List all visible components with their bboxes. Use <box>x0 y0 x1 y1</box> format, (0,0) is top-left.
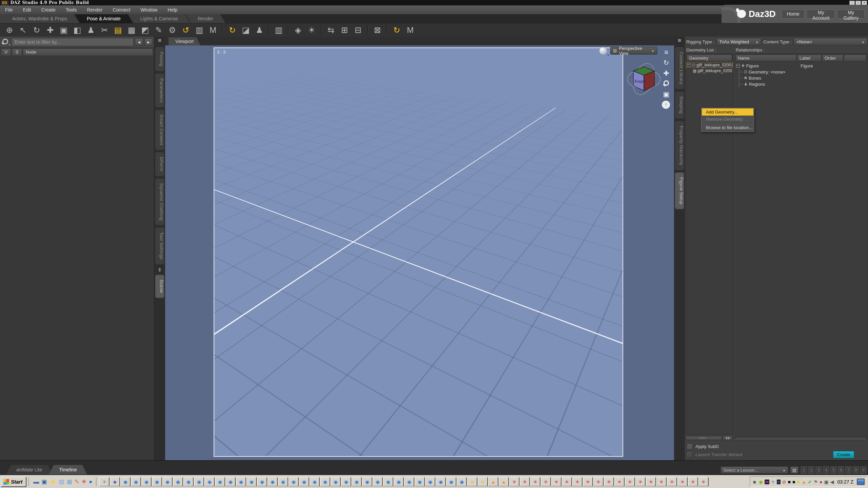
calculator-ql-icon[interactable]: ▦ <box>67 479 72 485</box>
close-button[interactable]: × <box>862 1 867 5</box>
zoom-icon[interactable] <box>662 80 671 88</box>
column-header-selected[interactable]: S <box>12 48 22 56</box>
paint-window[interactable]: ✳ <box>593 477 603 486</box>
discord-window[interactable]: ☻ <box>110 477 120 486</box>
pane-options-icon[interactable]: ≡ <box>674 37 685 45</box>
tab-parameters[interactable]: Parameters <box>155 74 164 107</box>
browser-window[interactable]: ◉ <box>215 477 225 486</box>
browser-window[interactable]: ◉ <box>373 477 382 486</box>
viewport-canvas[interactable]: 3 : 3 ▾ ⊞ Perspective View Front ≡↻✚▣↑ <box>165 45 674 460</box>
geometry-item[interactable]: ▦g8f_lekkupre_02001_0 <box>686 68 733 74</box>
paint-window[interactable]: ✳ <box>667 477 677 486</box>
bones-node[interactable]: ✖Bones <box>740 75 867 81</box>
folder-window[interactable]: ■ <box>467 477 477 486</box>
paint-window[interactable]: ✳ <box>509 477 519 486</box>
display-tray-icon[interactable]: ▣ <box>824 480 829 484</box>
tab-tool-settings[interactable]: Tool Settings <box>155 227 164 264</box>
browser-window[interactable]: ◉ <box>331 477 340 486</box>
browser-window[interactable]: ◉ <box>246 477 256 486</box>
measure-tool-2-icon[interactable]: M <box>404 24 416 36</box>
paint-window[interactable]: ✳ <box>614 477 624 486</box>
orbit-selected-tool-icon[interactable]: ↻ <box>226 24 238 36</box>
paint-window[interactable]: ✳ <box>698 477 708 486</box>
pan-icon[interactable]: ✚ <box>662 69 671 77</box>
camera-tool-icon[interactable]: ▥ <box>193 24 205 36</box>
filter-back-button[interactable]: ◀ <box>135 38 143 46</box>
mesh-grabber-tool-icon[interactable]: ▦ <box>125 24 138 36</box>
blue-ball-ql-icon[interactable]: ● <box>89 479 92 485</box>
paint-window[interactable]: ✳ <box>677 477 687 486</box>
tab-dform[interactable]: DForm <box>155 152 164 176</box>
browser-window[interactable]: ◉ <box>446 477 456 486</box>
tab-posing[interactable]: Posing <box>155 47 164 71</box>
scale-tool-icon[interactable]: ▣ <box>58 24 70 36</box>
daz-home-button[interactable]: Home <box>782 9 804 19</box>
menu-create[interactable]: Create <box>36 7 61 13</box>
browser-window[interactable]: ◉ <box>194 477 204 486</box>
lesson-select[interactable]: Select a Lesson... <box>721 466 788 474</box>
vlc-tray-icon[interactable]: ▲ <box>802 480 806 484</box>
column-header-visible[interactable]: V <box>1 48 11 56</box>
menu-connect[interactable]: Connect <box>107 7 135 13</box>
paint-window[interactable]: ✳ <box>604 477 614 486</box>
measure-metrics-tool-icon[interactable]: M <box>207 24 219 36</box>
view-navigation-cube[interactable]: Front <box>626 59 662 100</box>
browser-window[interactable]: ◉ <box>457 477 467 486</box>
tab-timeline[interactable]: Timeline <box>49 465 87 474</box>
tab-content-library[interactable]: Content Library <box>675 47 684 89</box>
browser-window[interactable]: ◉ <box>404 477 414 486</box>
tab-scroll-arrows[interactable] <box>154 267 165 272</box>
paint-window[interactable]: ✳ <box>625 477 635 486</box>
menu-item-add-geometry[interactable]: Add Geometry... <box>702 108 753 116</box>
camera-view-select[interactable]: ⊞ Perspective View <box>610 47 657 55</box>
fps-tray-icon[interactable]: 60 <box>765 480 769 484</box>
menu-edit[interactable]: Edit <box>18 7 36 13</box>
collapse-icon[interactable] <box>687 63 691 67</box>
scene-navigator-icon[interactable]: ⊕ <box>3 24 16 36</box>
paint-window[interactable]: ✳ <box>541 477 551 486</box>
transfer-utility-icon[interactable]: ⇆ <box>325 24 337 36</box>
save-figure-icon[interactable]: ⊠ <box>371 24 383 36</box>
rel-column-blank[interactable] <box>844 55 866 61</box>
minimize-button[interactable]: – <box>849 1 855 5</box>
browser-window[interactable]: ◉ <box>320 477 330 486</box>
browser-window[interactable]: ◉ <box>341 477 351 486</box>
paint-window[interactable]: ✳ <box>646 477 656 486</box>
node-selection-tool-icon[interactable]: ↖ <box>17 24 29 36</box>
plane-tray-icon[interactable]: ✈ <box>771 480 775 484</box>
render-camera-icon[interactable]: ▥ <box>273 24 285 36</box>
volume-tray-icon[interactable]: ◀ <box>830 480 834 484</box>
discord-tray-icon[interactable]: ☻ <box>752 480 757 484</box>
browser-window[interactable]: ◉ <box>362 477 372 486</box>
browser-window[interactable]: ◉ <box>268 477 277 486</box>
rel-column-order[interactable]: Order <box>822 55 843 61</box>
tab-figure-setup[interactable]: Figure Setup <box>675 172 684 209</box>
menu-help[interactable]: Help <box>162 7 182 13</box>
browser-window[interactable]: ◉ <box>436 477 446 486</box>
paint-window[interactable]: ✳ <box>551 477 561 486</box>
save-shape-icon[interactable]: ⊞ <box>338 24 351 36</box>
paint-window[interactable]: ✳ <box>583 477 593 486</box>
trackball-tray-icon[interactable]: ● <box>820 480 822 484</box>
new-primitive-icon[interactable]: ◈ <box>292 24 304 36</box>
active-pose-tool-icon[interactable]: ↺ <box>180 24 192 36</box>
browser-window[interactable]: ◉ <box>152 477 162 486</box>
figure-pane-icon[interactable]: ♟ <box>253 24 265 36</box>
folder-window[interactable]: ■ <box>478 477 488 486</box>
flag-tray-icon[interactable]: ⚑ <box>813 480 818 484</box>
daz-my-account-button[interactable]: My Account <box>807 9 835 19</box>
orbit-tool-2-icon[interactable]: ↻ <box>391 24 403 36</box>
browser-window[interactable]: ◉ <box>236 477 246 486</box>
tab-dynamic-clothing[interactable]: Dynamic Clothing <box>155 179 164 225</box>
menu-item-browse-to-file-location[interactable]: Browse to file location... <box>702 124 753 131</box>
winamp-ql-icon[interactable]: ⚡ <box>49 479 56 485</box>
rel-column-name[interactable]: Name <box>735 55 796 61</box>
paint-splat-ql-icon[interactable]: ✳ <box>82 479 86 485</box>
tab-smart-content[interactable]: Smart Content <box>155 110 164 150</box>
browser-window[interactable]: ◉ <box>299 477 309 486</box>
vlc-window[interactable]: ▲ <box>499 477 509 486</box>
browser-window[interactable]: ◉ <box>225 477 235 486</box>
browser-window[interactable]: ◉ <box>415 477 425 486</box>
browser-window[interactable]: ◉ <box>120 477 130 486</box>
scene-node-tree[interactable] <box>0 56 154 460</box>
